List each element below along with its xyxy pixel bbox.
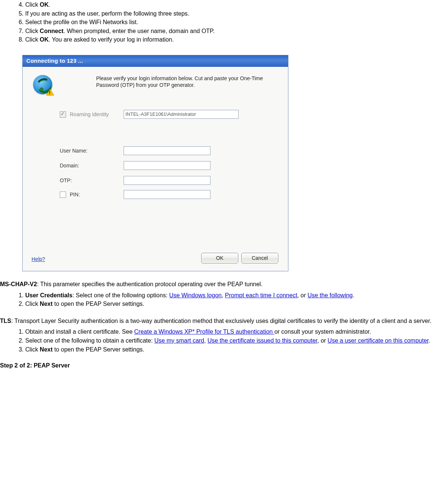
step-6: Select the profile on the WiFi Networks … [25,18,448,26]
user-name-label: User Name: [60,148,88,154]
wifi-warning-icon [33,75,52,94]
domain-input[interactable] [124,161,210,170]
link-prompt-each-time[interactable]: Prompt each time I connect [225,292,297,298]
mschap-paragraph: MS-CHAP-V2: This parameter specifies the… [0,280,448,288]
tls-step-3: Click Next to open the PEAP Server setti… [25,346,448,354]
link-use-windows-logon[interactable]: Use Windows logon [169,292,222,298]
help-link[interactable]: Help? [32,256,45,262]
connecting-dialog: Connecting to 123 ... Please verify your… [22,55,288,271]
roaming-identity-input [124,110,239,119]
user-name-input[interactable] [124,146,210,155]
step-4: Click OK. [25,1,448,9]
dialog-titlebar: Connecting to 123 ... [23,55,288,67]
dialog-instruction: Please verify your login information bel… [96,75,279,88]
otp-label: OTP: [60,177,72,183]
step-7: Click Connect. When prompted, enter the … [25,27,448,35]
step-8: Click OK. You are asked to verify your l… [25,36,448,44]
tls-step-1: Obtain and install a client certificate.… [25,328,448,336]
domain-label: Domain: [60,163,79,169]
roaming-identity-checkbox [60,111,66,118]
link-use-my-smart-card[interactable]: Use my smart card [154,337,204,344]
otp-input[interactable] [124,176,210,185]
tls-list: Obtain and install a client certificate.… [15,328,448,353]
roaming-identity-label: Roaming Identity [70,111,109,117]
link-create-xp-profile-tls[interactable]: Create a Windows XP* Profile for TLS aut… [134,328,275,335]
tls-step-2: Select one of the following to obtain a … [25,337,448,345]
pin-label: PIN: [70,192,80,197]
link-use-certificate-issued[interactable]: Use the certificate issued to this compu… [207,337,317,344]
mschap-list: User Credentials: Select one of the foll… [15,291,448,308]
tls-paragraph: TLS: Transport Layer Security authentica… [0,317,448,325]
mschap-step-2: Click Next to open the PEAP Server setti… [25,300,448,308]
pin-checkbox[interactable] [60,192,66,198]
pin-input[interactable] [124,190,210,199]
step-2-heading: Step 2 of 2: PEAP Server [0,362,448,369]
instruction-list-a: Click OK. If you are acting as the user,… [15,1,448,44]
link-use-the-following[interactable]: Use the following [307,292,353,298]
link-use-user-certificate[interactable]: Use a user certificate on this computer [328,337,429,344]
mschap-step-1: User Credentials: Select one of the foll… [25,291,448,300]
cancel-button[interactable]: Cancel [241,253,278,264]
ok-button[interactable]: OK [201,253,238,264]
step-5: If you are acting as the user, perform t… [25,10,448,18]
